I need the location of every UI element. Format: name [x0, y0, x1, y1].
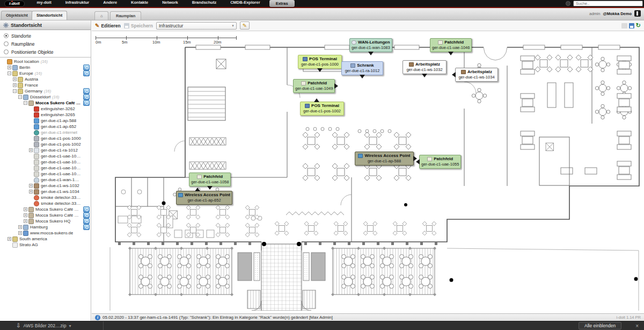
tree-item[interactable]: +www.mocca-sukero.de: [0, 230, 91, 236]
plan-label-ger-due-c1-ap-652[interactable]: Wireless Access Pointger-due-c1-ap-652: [176, 191, 232, 205]
plan-label-ger-due-c1-uae-1046[interactable]: Patchfeldger-due-c1-uae-1046: [430, 38, 472, 52]
tree-item[interactable]: +Berlin: [0, 64, 91, 70]
expander-icon[interactable]: +: [29, 148, 33, 152]
expander-icon[interactable]: +: [8, 66, 11, 69]
tree-item[interactable]: ger-due-c1-uae-1058: [0, 171, 91, 177]
expander-icon[interactable]: +: [18, 225, 22, 229]
expander-icon[interactable]: −: [24, 101, 27, 105]
tree-item[interactable]: −Germany(16): [0, 88, 91, 94]
tree-item[interactable]: +South america: [0, 236, 91, 242]
expander-icon[interactable]: +: [24, 219, 27, 223]
plan-label-ger-due-c1-pos-1000[interactable]: POS Terminalger-due-c1-pos-1000: [298, 55, 342, 69]
expander-icon[interactable]: −: [18, 95, 22, 99]
plan-label-ger-due-c1-ap-588[interactable]: Wireless Access Pointger-due-c1-ap-588: [355, 152, 414, 166]
jump-to-map-icon[interactable]: [83, 94, 90, 100]
search-input[interactable]: [573, 1, 643, 6]
plan-label-ger-due-c1-uae-1058[interactable]: Patchfeldger-due-c1-uae-1058: [189, 173, 231, 186]
expander-icon[interactable]: +: [18, 231, 22, 235]
topnav-item-kontakte[interactable]: Kontakte: [124, 0, 155, 7]
close-downloads-icon[interactable]: ×: [635, 323, 639, 329]
jump-to-map-icon[interactable]: [83, 218, 90, 224]
plan-label-ger-due-c1-wan-1083[interactable]: WAN-Leitungenger-due-c1-wan-1083: [349, 38, 392, 52]
expander-icon[interactable]: −: [8, 71, 11, 75]
tree-item[interactable]: ger-due-c1-pos-1000: [0, 135, 91, 141]
tree-item[interactable]: −Düsseldorf(16): [0, 94, 91, 100]
plan-label-ger-due-c1-ws-1032[interactable]: Arbeitsplatzger-due-c1-ws-1032: [402, 60, 447, 74]
tree-item[interactable]: ger-due-c1-wan-1083: [0, 177, 91, 183]
jump-to-map-icon[interactable]: [83, 70, 90, 76]
tree-item[interactable]: ger-due-c1-internet: [0, 130, 91, 135]
jump-to-map-icon[interactable]: [83, 212, 90, 218]
topnav-item-my-doit[interactable]: my-doit: [30, 0, 58, 7]
tree-item[interactable]: smoke detector-3335: [0, 195, 91, 200]
expander-icon[interactable]: +: [13, 77, 17, 81]
expander-icon[interactable]: +: [24, 207, 27, 211]
tree-item[interactable]: smoke detector-3365: [0, 200, 91, 206]
floorplan-area[interactable]: 0m5m10m15m20m: [92, 31, 644, 313]
tree-item[interactable]: ger-due-c1-uae-1046: [0, 153, 91, 159]
tree-item[interactable]: ger-due-c1-uae-1049: [0, 159, 91, 165]
save-button[interactable]: Speichern: [124, 23, 153, 28]
plan-label-ger-due-c1-ws-1034[interactable]: Arbeitsplatzger-due-c1-ws-1034: [455, 68, 498, 82]
tree-item[interactable]: Strato AG: [0, 242, 91, 248]
tree-item[interactable]: +Mocca Sukero HQ: [0, 218, 91, 224]
refresh-icon[interactable]: ↻: [636, 23, 641, 28]
expander-icon[interactable]: −: [13, 89, 17, 93]
expander-icon[interactable]: +: [8, 237, 11, 241]
tree-item[interactable]: −Europe(16): [0, 70, 91, 76]
download-caret-icon[interactable]: ▾: [69, 324, 71, 328]
logout-icon[interactable]: [634, 10, 641, 17]
tree-item[interactable]: +Mocca Sukero Café Düsseldorf 2: [0, 206, 91, 212]
plan-label-ger-due-c1-uae-1049[interactable]: Patchfeldger-due-c1-uae-1049: [293, 79, 335, 93]
topnav-item-cmdb-explorer[interactable]: CMDB-Explorer: [223, 0, 267, 7]
tree-item[interactable]: extinguisher-3262: [0, 106, 91, 112]
layer-select[interactable]: Infrastructur ▾: [156, 22, 237, 30]
tree-item[interactable]: ger-due-c1-ap-588: [0, 118, 91, 124]
expander-icon[interactable]: +: [29, 190, 33, 193]
print-icon[interactable]: [621, 23, 627, 28]
save-plan-icon[interactable]: [629, 23, 634, 28]
jump-to-map-icon[interactable]: [83, 88, 90, 94]
topnav-item-infrastruktur[interactable]: Infrastruktur: [58, 0, 97, 7]
edit-button[interactable]: ✎ Editieren: [95, 23, 121, 28]
topnav-item-brandschutz[interactable]: Brandschutz: [185, 0, 223, 7]
tree-item[interactable]: −Mocca Sukero Café Düsseldorf: [0, 100, 91, 106]
jump-to-map-icon[interactable]: [83, 64, 90, 70]
tab-standortsicht[interactable]: Standortsicht: [32, 11, 67, 20]
tree-item[interactable]: ger-due-c1-pos-1002: [0, 141, 91, 147]
tree-item[interactable]: ger-due-c1-ap-652: [0, 124, 91, 130]
plan-label-ger-due-c1-uae-1055[interactable]: Patchfeldger-due-c1-uae-1055: [419, 155, 461, 169]
tree-item[interactable]: ger-due-c1-uae-1055: [0, 165, 91, 171]
tree-item[interactable]: extinguisher-3265: [0, 112, 91, 118]
tab-objektsicht[interactable]: Objektsicht: [1, 11, 33, 20]
jump-to-map-icon[interactable]: [83, 206, 90, 212]
topnav-item-network[interactable]: Network: [155, 0, 185, 7]
view-option-positionierte-objekte[interactable]: Positionierte Objekte: [0, 48, 91, 56]
jump-to-map-icon[interactable]: [83, 100, 90, 106]
tree-item[interactable]: Root location(16): [0, 59, 91, 64]
expander-icon[interactable]: +: [24, 213, 27, 217]
layer-edit-button[interactable]: ✎: [240, 21, 250, 30]
topnav-item-extras[interactable]: Extras: [269, 0, 295, 7]
expander-icon[interactable]: +: [29, 184, 33, 188]
tab-raumplan[interactable]: Raumplan: [110, 11, 141, 20]
plan-label-ger-due-c1-pos-1002[interactable]: POS Terminalger-due-c1-pos-1002: [300, 102, 344, 116]
tree-item[interactable]: +Mocca Sukero Café Düsseldorf 3: [0, 212, 91, 218]
jump-to-map-icon[interactable]: [83, 224, 90, 230]
tree-item[interactable]: +ger-due-c1-ws-1034: [0, 189, 91, 195]
plan-label-ger-due-c1-ra-1012[interactable]: Schrankger-due-c1-ra-1012: [341, 61, 383, 75]
tree-item[interactable]: +ger-due-c1-ra-1012: [0, 147, 91, 153]
tree-item[interactable]: +ger-due-c1-ws-1032: [0, 183, 91, 189]
i-doit-logo[interactable]: i-doit: [4, 1, 25, 7]
tab-home[interactable]: ⌂: [94, 11, 108, 20]
view-option-raumpläne[interactable]: Raumpläne: [0, 40, 91, 48]
tree-item[interactable]: +Austria: [0, 76, 91, 82]
notification-icon[interactable]: [566, 1, 570, 6]
download-item[interactable]: ⇩ AWS Bilder 202....zip ▾: [16, 321, 104, 330]
show-all-downloads-button[interactable]: Alle einblenden: [579, 322, 621, 329]
topnav-item-andere[interactable]: Andere: [96, 0, 124, 7]
tree-item[interactable]: +France: [0, 82, 91, 88]
expander-icon[interactable]: +: [13, 83, 17, 87]
view-option-standorte[interactable]: Standorte: [0, 32, 91, 40]
tree-item[interactable]: +Hamburg: [0, 224, 91, 230]
